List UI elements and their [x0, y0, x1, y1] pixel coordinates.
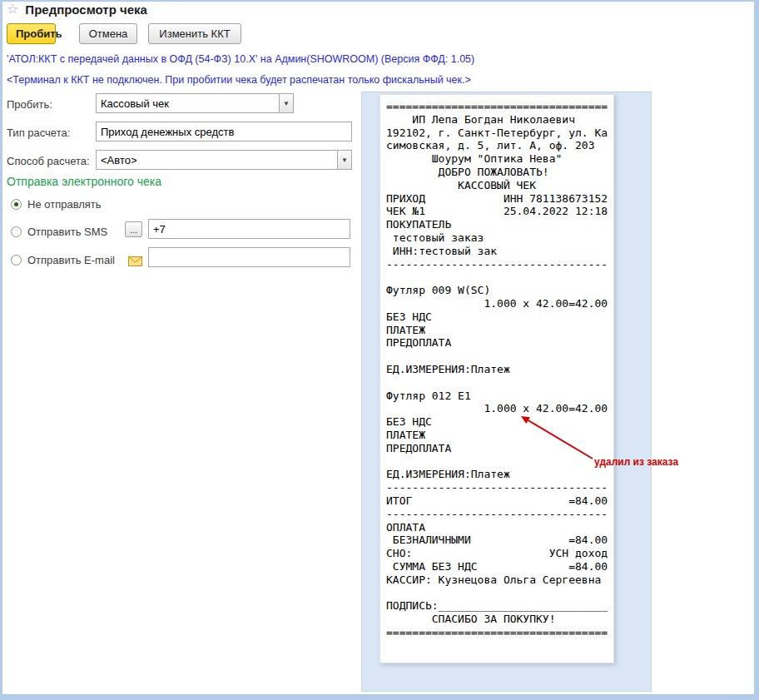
calc-method-select[interactable]: ▼ — [96, 150, 352, 170]
email-input[interactable] — [148, 247, 350, 267]
probit-select-input[interactable] — [97, 94, 278, 112]
calc-method-select-input[interactable] — [97, 151, 336, 169]
terminal-warning-text: <Терминал к ККТ не подключен. При пробит… — [7, 74, 471, 86]
receipt-preview-text: ================================== ИП Ле… — [386, 100, 608, 639]
receipt-preview-window: ☆ Предпросмотр чека Пробить Отмена Измен… — [0, 0, 759, 700]
calc-type-field[interactable] — [96, 122, 352, 141]
radio-send-email[interactable] — [11, 255, 22, 266]
sms-phone-input[interactable] — [148, 219, 350, 239]
electronic-receipt-section-title: Отправка электронного чека — [7, 175, 161, 188]
radio-option-send-sms[interactable]: Отправить SMS — [11, 226, 107, 238]
window-frame-top — [0, 0, 759, 2]
calc-type-input[interactable] — [97, 122, 351, 141]
calc-method-dropdown-button[interactable]: ▼ — [337, 151, 351, 169]
receipt-paper: ================================== ИП Ле… — [380, 94, 614, 663]
radio-send-email-label[interactable]: Отправить E-mail — [27, 254, 115, 266]
envelope-icon — [128, 255, 142, 270]
window-frame-left — [0, 0, 2, 700]
radio-no-send[interactable] — [11, 199, 22, 210]
annotation-text: удалил из заказа — [594, 456, 678, 468]
radio-option-send-email[interactable]: Отправить E-mail — [11, 254, 115, 266]
kkt-driver-text: 'АТОЛ:ККТ с передачей данных в ОФД (54-Ф… — [7, 53, 474, 65]
cancel-button[interactable]: Отмена — [79, 23, 137, 44]
receipt-panel: ================================== ИП Ле… — [361, 92, 652, 692]
chevron-down-icon: ▼ — [341, 156, 348, 164]
change-kkt-button[interactable]: Изменить ККТ — [148, 23, 241, 44]
calc-type-field-label: Тип расчета: — [7, 127, 70, 139]
radio-option-no-send[interactable]: Не отправлять — [11, 198, 102, 211]
submit-button[interactable]: Пробить — [7, 23, 56, 44]
favorite-star-icon[interactable]: ☆ — [7, 2, 18, 17]
chevron-down-icon: ▼ — [283, 100, 290, 107]
window-frame-bottom — [0, 694, 759, 700]
titlebar: ☆ Предпросмотр чека — [7, 2, 147, 17]
radio-send-sms[interactable] — [11, 226, 22, 237]
radio-send-sms-label[interactable]: Отправить SMS — [27, 226, 107, 238]
calc-method-field-label: Способ расчета: — [7, 155, 90, 167]
probit-dropdown-button[interactable]: ▼ — [279, 94, 293, 112]
window-frame-right — [754, 0, 759, 700]
probit-select[interactable]: ▼ — [96, 93, 294, 113]
probit-field-label: Пробить: — [7, 98, 52, 111]
page-title: Предпросмотр чека — [25, 2, 147, 17]
sms-choose-button[interactable]: ... — [125, 221, 142, 237]
radio-no-send-label[interactable]: Не отправлять — [27, 198, 102, 211]
